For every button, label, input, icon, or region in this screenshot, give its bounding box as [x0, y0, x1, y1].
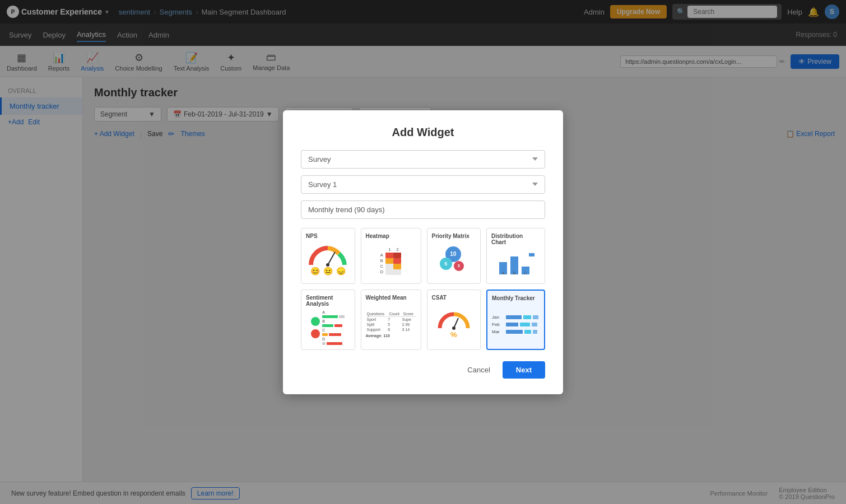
svg-rect-8: [529, 253, 534, 256]
mt-jan-label: Jan: [492, 315, 504, 320]
widget-card-csat[interactable]: CSAT %: [427, 290, 481, 350]
svg-text:B: B: [513, 271, 515, 275]
widget-mt-preview: Jan Feb Mar: [492, 305, 540, 344]
survey-select[interactable]: Survey: [301, 150, 545, 169]
widget-pm-label: Priority Matrix: [432, 233, 470, 239]
widget-grid: NPS 😊😐😞: [301, 228, 545, 350]
pm-circle-5: 5: [440, 258, 452, 270]
mt-container: Jan Feb Mar: [492, 315, 540, 334]
mt-mar-label: Mar: [492, 329, 504, 334]
widget-card-priority-matrix[interactable]: Priority Matrix 10 5 3: [427, 228, 481, 284]
widget-wm-label: Weighted Mean: [366, 295, 407, 301]
cancel-button[interactable]: Cancel: [461, 362, 496, 377]
modal-overlay: Add Widget Survey Survey 1 NPS: [0, 0, 846, 504]
trend-input[interactable]: [301, 200, 545, 219]
widget-nps-preview: 😊😐😞: [306, 242, 350, 279]
add-widget-modal: Add Widget Survey Survey 1 NPS: [283, 110, 563, 394]
nps-faces: 😊😐😞: [310, 267, 346, 276]
csat-container: %: [437, 310, 471, 339]
sa-circles: [311, 317, 320, 338]
widget-csat-label: CSAT: [432, 295, 447, 301]
nps-gauge-svg: [308, 245, 347, 267]
svg-text:A: A: [501, 271, 504, 275]
widget-mt-label: Monthly Tracker: [492, 295, 535, 301]
widget-nps-label: NPS: [306, 233, 318, 239]
widget-csat-preview: %: [432, 304, 476, 345]
csat-gauge-svg: [437, 310, 471, 330]
survey1-select[interactable]: Survey 1: [301, 175, 545, 194]
modal-footer: Cancel Next: [301, 361, 545, 379]
widget-dist-preview: A B C: [491, 249, 540, 279]
mt-row-mar: Mar: [492, 329, 540, 334]
dist-container: A B C: [496, 251, 536, 276]
mt-row-jan: Jan: [492, 315, 540, 320]
heatmap-table: 12 A B C D: [380, 246, 402, 275]
next-button[interactable]: Next: [503, 361, 545, 379]
modal-title: Add Widget: [301, 126, 545, 139]
csat-percent: %: [450, 330, 457, 339]
wm-average: Average: 110: [366, 334, 416, 338]
sa-bars-container: A B C: [322, 310, 345, 345]
widget-sa-preview: A B C: [306, 310, 350, 345]
svg-line-0: [328, 252, 335, 265]
widget-card-nps[interactable]: NPS 😊😐😞: [301, 228, 355, 284]
widget-dist-label: DistributionChart: [491, 233, 523, 245]
sa-container: A B C: [311, 310, 345, 345]
widget-pm-preview: 10 5 3: [432, 242, 476, 279]
widget-card-heatmap[interactable]: Heatmap 12 A B C D: [361, 228, 421, 284]
widget-card-sentiment-analysis[interactable]: SentimentAnalysis A: [301, 290, 355, 350]
widget-heatmap-label: Heatmap: [366, 233, 389, 239]
dist-chart-svg: A B C: [496, 251, 536, 276]
svg-text:C: C: [524, 271, 527, 275]
mt-row-feb: Feb: [492, 322, 540, 327]
pm-container: 10 5 3: [437, 245, 471, 276]
wm-table-container: Questions Count Score Sport7Supe Split52…: [366, 311, 416, 338]
widget-card-monthly-tracker[interactable]: Monthly Tracker Jan Feb: [486, 290, 545, 350]
widget-wm-preview: Questions Count Score Sport7Supe Split52…: [366, 304, 416, 345]
widget-heatmap-preview: 12 A B C D: [366, 242, 416, 279]
widget-sa-label: SentimentAnalysis: [306, 295, 333, 307]
widget-card-distribution-chart[interactable]: DistributionChart A B C: [486, 228, 545, 284]
pm-circle-3: 3: [454, 261, 464, 271]
mt-feb-label: Feb: [492, 322, 504, 327]
svg-point-10: [452, 326, 455, 330]
widget-card-weighted-mean[interactable]: Weighted Mean Questions Count Score: [361, 290, 421, 350]
